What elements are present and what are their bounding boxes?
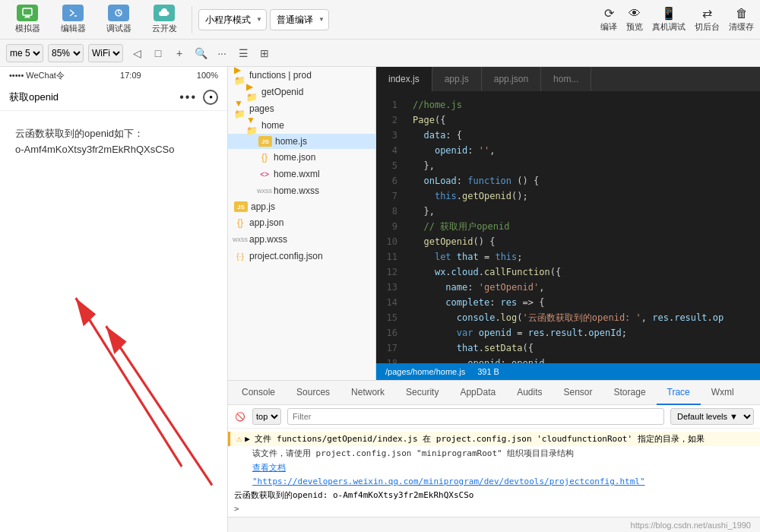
- simulator-icon: [17, 5, 38, 21]
- bottom-status: https://blog.csdn.net/aushi_1990: [228, 517, 760, 532]
- compile-select[interactable]: 普通编译: [270, 9, 329, 30]
- tab-appjs[interactable]: app.js: [432, 67, 482, 91]
- tree-item-appjs[interactable]: JS app.js: [228, 199, 375, 214]
- tree-item-appwxss[interactable]: wxss app.wxss: [228, 231, 375, 248]
- code-editor: index.js app.js app.json hom... 12345 67…: [376, 67, 760, 380]
- details-icon[interactable]: ☰: [234, 44, 252, 62]
- switch-icon: ⇄: [702, 6, 712, 21]
- phone-record-btn[interactable]: ⦁: [203, 90, 218, 105]
- secondary-toolbar: me 5 85% WiFi ◁ □ + 🔍 ··· ☰ ⊞: [0, 40, 760, 67]
- tree-item-home-folder[interactable]: ▼ 📁 home: [228, 117, 375, 134]
- tree-item-homewxss[interactable]: wxss home.wxss: [228, 182, 375, 199]
- tab-indexjs[interactable]: index.js: [376, 67, 432, 91]
- cloud-button[interactable]: 云开发: [143, 3, 185, 36]
- levels-select[interactable]: Default levels ▼: [670, 408, 754, 425]
- zoom-select[interactable]: 85%: [48, 44, 84, 62]
- compile2-icon[interactable]: ⊞: [255, 44, 274, 62]
- real-debug-button[interactable]: 📱 真机调试: [652, 6, 686, 33]
- filter-input[interactable]: [287, 408, 664, 425]
- tab-sensor[interactable]: Sensor: [553, 381, 603, 405]
- svg-rect-1: [25, 16, 30, 17]
- translate-icon: ⟳: [604, 6, 614, 21]
- phone-nav-title: 获取openid: [9, 90, 59, 104]
- tab-network[interactable]: Network: [340, 381, 395, 405]
- tab-console[interactable]: Console: [231, 381, 286, 405]
- bottom-panel: Console Sources Network Security AppData…: [228, 380, 760, 532]
- app-window: 模拟器 编辑器 调试器 云开发 小程序模式: [0, 0, 760, 532]
- svg-rect-0: [23, 8, 32, 15]
- zoom-selector[interactable]: 85%: [48, 44, 84, 62]
- phone-icon: 📱: [661, 6, 676, 21]
- tree-item-getopenid[interactable]: ▶ 📁 getOpenid: [228, 84, 375, 100]
- code-filesize: 391 B: [477, 367, 499, 376]
- tab-hom[interactable]: hom...: [541, 67, 591, 91]
- js-file-icon: JS: [258, 136, 272, 147]
- tree-item-homejson[interactable]: {} home.json: [228, 149, 375, 166]
- context-select[interactable]: top: [252, 408, 281, 425]
- wxss-file-icon2: wxss: [234, 233, 246, 245]
- network-select[interactable]: WiFi: [88, 44, 123, 62]
- refresh-icon[interactable]: +: [170, 44, 188, 62]
- debugger-icon: [108, 5, 129, 21]
- tab-appjson[interactable]: app.json: [482, 67, 541, 91]
- info-text: 云函数获取到的openid: o-Amf4mKoXtsy3fr2mEkRhQXs…: [234, 489, 473, 501]
- toolbar-right: ⟳ 编译 👁 预览 📱 真机调试 ⇄ 切后台 🗑 清缓存: [600, 6, 754, 33]
- mode-select-wrap[interactable]: 小程序模式: [198, 9, 267, 30]
- tab-wxml[interactable]: Wxml: [701, 381, 745, 405]
- tree-item-projectjson[interactable]: {·} project.config.json: [228, 248, 375, 264]
- tree-item-appjson[interactable]: {} app.json: [228, 214, 375, 231]
- folder-icon: ▼ 📁: [246, 119, 258, 131]
- editor-button[interactable]: 编辑器: [52, 3, 94, 36]
- compile-select-wrap[interactable]: 普通编译: [270, 9, 329, 30]
- console-content: ⚠ ▶ 文件 functions/getOpenid/index.js 在 pr…: [228, 429, 760, 517]
- divider1: [192, 6, 192, 33]
- main-toolbar: 模拟器 编辑器 调试器 云开发 小程序模式: [0, 0, 760, 40]
- simulator-button[interactable]: 模拟器: [6, 3, 49, 36]
- tab-trace[interactable]: Trace: [657, 381, 701, 405]
- tab-appdata[interactable]: AppData: [449, 381, 506, 405]
- page-selector[interactable]: me 5: [6, 44, 43, 62]
- tab-security[interactable]: Security: [395, 381, 449, 405]
- tab-audits[interactable]: Audits: [506, 381, 553, 405]
- warn-text: ▶ 文件 functions/getOpenid/index.js 在 proj…: [245, 433, 704, 445]
- phone-battery: 100%: [197, 71, 218, 80]
- home-icon[interactable]: □: [149, 44, 167, 62]
- preview-button[interactable]: 👁 预览: [626, 7, 643, 33]
- wxss-file-icon: wxss: [258, 185, 271, 197]
- more-icon[interactable]: ···: [213, 44, 231, 62]
- folder-icon: ▼ 📁: [234, 103, 246, 115]
- mode-select[interactable]: 小程序模式: [198, 9, 267, 30]
- console-prompt[interactable]: >: [228, 502, 760, 515]
- tree-item-homewxml[interactable]: <> home.wxml: [228, 166, 375, 182]
- phone-time: 17:09: [120, 71, 141, 80]
- tab-sources[interactable]: Sources: [286, 381, 340, 405]
- arrows-overlay: [0, 111, 227, 532]
- url-link[interactable]: "https://developers.weixin.qq.com/minipr…: [252, 477, 645, 486]
- prompt-symbol: >: [234, 504, 239, 514]
- phone-more-dots[interactable]: •••: [179, 90, 197, 104]
- clear-icon: 🗑: [736, 7, 748, 21]
- switch-button[interactable]: ⇄ 切后台: [695, 6, 720, 33]
- warn-text2: 该文件，请使用 project.config.json "miniprogram…: [252, 448, 574, 459]
- phone-signal: ••••• WeChat令: [9, 70, 65, 81]
- network-selector[interactable]: WiFi: [88, 44, 123, 62]
- page-select[interactable]: me 5: [6, 44, 43, 62]
- console-url-line: "https://developers.weixin.qq.com/minipr…: [228, 475, 760, 488]
- block-icon[interactable]: 🚫: [234, 410, 246, 423]
- code-tabs: index.js app.js app.json hom...: [376, 67, 760, 91]
- debugger-button[interactable]: 调试器: [97, 3, 140, 36]
- back-icon[interactable]: ◁: [128, 44, 146, 62]
- phone-nav-bar: 获取openid ••• ⦁: [0, 84, 227, 111]
- svg-rect-2: [24, 17, 30, 18]
- tree-item-homejs[interactable]: JS home.js: [228, 134, 375, 149]
- search-icon[interactable]: 🔍: [192, 44, 210, 62]
- translate-button[interactable]: ⟳ 编译: [600, 6, 617, 33]
- svg-line-6: [76, 298, 182, 467]
- file-tree: ▶ 📁 functions | prod ▶ 📁 getOpenid ▼ 📁 p…: [228, 67, 376, 380]
- clear-button[interactable]: 🗑 清缓存: [729, 7, 754, 33]
- docs-link[interactable]: 查看文档: [252, 462, 286, 473]
- tab-storage[interactable]: Storage: [603, 381, 657, 405]
- console-filter-bar: 🚫 top Default levels ▼: [228, 405, 760, 429]
- warn-icon: ⚠: [236, 433, 242, 444]
- svg-line-7: [106, 326, 213, 485]
